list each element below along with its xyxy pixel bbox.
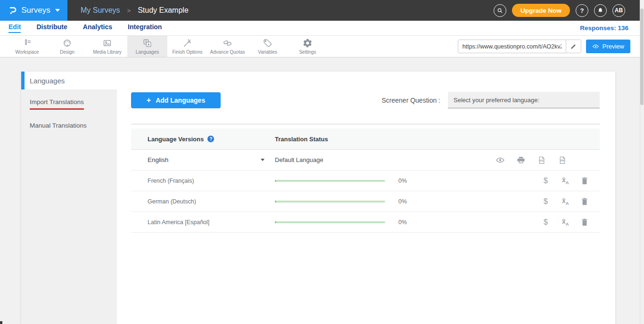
auto-translate-button[interactable]: x̄A <box>562 197 569 206</box>
language-actions: $ x̄A <box>414 218 600 227</box>
toolbar-label: Finish Options <box>173 49 203 55</box>
edit-toolbar: Workspace Design Media Library Languages… <box>0 36 644 57</box>
tab-distribute[interactable]: Distribute <box>36 23 67 33</box>
tab-edit[interactable]: Edit <box>8 23 21 33</box>
delete-language-button[interactable] <box>580 197 589 206</box>
translate-icon: x̄ <box>562 197 566 204</box>
progress-bar <box>275 201 385 202</box>
delete-language-button[interactable] <box>580 176 589 186</box>
download-doc-button[interactable]: DOC <box>537 155 546 165</box>
auto-translate-button[interactable]: x̄A <box>562 218 569 227</box>
column-translation-status-label: Translation Status <box>275 136 328 143</box>
help-button[interactable]: ? <box>576 4 588 17</box>
card-title: Languages <box>21 77 65 85</box>
breadcrumb-separator-icon: > <box>127 7 131 14</box>
toolbar-item-advance-quotas[interactable]: Advance Quotas <box>207 36 248 57</box>
upgrade-now-button[interactable]: Upgrade Now <box>512 4 570 17</box>
toolbar-item-media-library[interactable]: Media Library <box>87 36 127 57</box>
sidebar-item-import-translations[interactable]: Import Translations <box>21 92 117 116</box>
language-versions-table: Language Versions ? Translation Status E… <box>131 129 600 233</box>
auto-translate-button[interactable]: x̄A <box>562 176 569 185</box>
paid-translation-button[interactable]: $ <box>544 177 548 185</box>
view-survey-button[interactable] <box>495 155 505 165</box>
screener-question-group: Screener Question : Select your preferre… <box>381 92 600 108</box>
tab-integration[interactable]: Integration <box>128 23 162 33</box>
language-actions: $ x̄A <box>414 197 600 206</box>
toolbar-label: Advance Quotas <box>210 49 245 55</box>
toolbar-label: Design <box>60 49 74 55</box>
workspace-icon <box>22 38 32 48</box>
product-name: Surveys <box>21 6 50 15</box>
screener-question-value: Select your preferred language: <box>454 97 539 104</box>
toolbar-item-languages[interactable]: Languages <box>127 36 167 57</box>
active-section-accent <box>21 72 25 89</box>
toolbar-label: Settings <box>299 49 316 55</box>
advance-quotas-icon <box>223 38 232 48</box>
svg-text:PDF: PDF <box>560 160 564 162</box>
doc-file-icon: DOC <box>537 155 546 165</box>
finish-options-icon <box>182 38 192 48</box>
search-button[interactable] <box>494 4 506 17</box>
download-pdf-button[interactable]: PDF <box>558 155 567 165</box>
progress-percent: 0% <box>398 198 407 205</box>
default-language-cell[interactable]: English <box>131 156 275 163</box>
avatar[interactable]: AB <box>612 4 625 17</box>
languages-sidebar: Import Translations Manual Translations <box>21 89 117 324</box>
avatar-initials: AB <box>615 7 623 14</box>
toolbar-label: Media Library <box>93 49 122 55</box>
print-button[interactable] <box>516 155 526 165</box>
section-divider <box>131 124 600 124</box>
help-badge-icon[interactable]: ? <box>207 136 214 142</box>
toolbar-item-finish-options[interactable]: Finish Options <box>167 36 207 57</box>
card-title-row: Languages <box>21 72 615 89</box>
translate-icon-sub: A <box>566 201 569 206</box>
default-language-name: English <box>148 156 168 163</box>
add-languages-label: Add Languages <box>156 97 205 104</box>
page-scrollbar[interactable] <box>640 0 644 324</box>
column-translation-status: Translation Status <box>275 136 414 143</box>
delete-language-button[interactable] <box>580 218 589 227</box>
variables-icon <box>263 38 272 48</box>
survey-url-box <box>458 40 581 53</box>
question-mark-icon: ? <box>580 7 584 14</box>
column-language-versions-label: Language Versions <box>148 136 204 143</box>
toolbar-item-variables[interactable]: Variables <box>248 36 288 57</box>
toolbar-item-design[interactable]: Design <box>47 36 87 57</box>
languages-header: + Add Languages Screener Question : Sele… <box>117 89 615 108</box>
sidebar-item-manual-translations[interactable]: Manual Translations <box>21 116 117 135</box>
translate-icon: x̄ <box>562 176 566 184</box>
cursor-artifact <box>0 321 2 324</box>
tab-analytics[interactable]: Analytics <box>83 23 112 33</box>
pencil-icon <box>570 43 577 50</box>
preview-button[interactable]: Preview <box>586 40 630 53</box>
eye-icon <box>592 43 599 50</box>
toolbar-right: Preview <box>458 36 644 57</box>
paid-translation-button[interactable]: $ <box>544 218 548 227</box>
screener-question-select[interactable]: Select your preferred language: <box>448 92 600 108</box>
responses-count[interactable]: Responses: 136 <box>580 24 628 32</box>
paid-translation-button[interactable]: $ <box>544 197 548 206</box>
toolbar-label: Workspace <box>16 49 39 55</box>
column-language-versions: Language Versions ? <box>131 136 275 143</box>
notifications-button[interactable] <box>594 4 607 17</box>
language-name: Latin America [Español] <box>148 219 209 226</box>
edit-url-button[interactable] <box>566 40 581 53</box>
table-row-latin-america: Latin America [Español] 0% $ x̄A <box>131 212 600 233</box>
product-menu-button[interactable]: Surveys <box>0 0 67 21</box>
settings-icon <box>303 38 313 48</box>
survey-url-input[interactable] <box>458 43 566 50</box>
breadcrumb-my-surveys[interactable]: My Surveys <box>81 6 120 15</box>
toolbar-item-settings[interactable]: Settings <box>288 36 328 57</box>
add-languages-button[interactable]: + Add Languages <box>131 92 221 108</box>
pdf-file-icon: PDF <box>558 155 567 165</box>
chevron-down-icon[interactable] <box>261 159 264 161</box>
translate-icon-sub: A <box>566 221 569 227</box>
table-row-german: German (Deutsch) 0% $ x̄A <box>131 191 600 212</box>
toolbar-item-workspace[interactable]: Workspace <box>7 36 47 57</box>
progress-bar-fill <box>275 221 276 223</box>
scrollbar-thumb[interactable] <box>640 8 644 105</box>
bell-icon <box>597 7 604 14</box>
translation-progress-cell: 0% <box>275 178 414 184</box>
table-header-row: Language Versions ? Translation Status <box>131 129 600 150</box>
default-language-status-cell: Default Language <box>275 156 414 163</box>
